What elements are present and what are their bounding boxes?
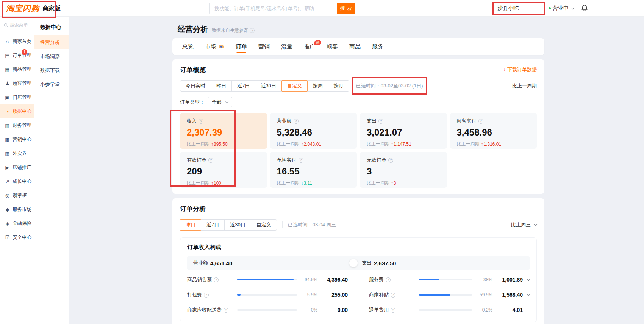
goods-icon: ▦ [5,67,10,72]
sidebar-item-takeout-coupon[interactable]: ▨ 外卖券 [0,146,34,160]
sidebar-item-shop-promotion[interactable]: ▶ 店铺推广 [0,160,34,174]
composition-row-delivery-fee: 商家应收配送费? 0% 0.00 [187,302,348,318]
help-icon[interactable]: ? [214,277,219,282]
filter-custom[interactable]: 自定义 [251,219,277,231]
sidebar-item-store-management[interactable]: ▣ 门店管理 [0,90,34,104]
filter-yesterday[interactable]: 昨日 [211,80,232,92]
filter-by-month[interactable]: 按月 [328,80,349,92]
filter-last-30-days[interactable]: 近30日 [224,219,251,231]
app-logo[interactable]: 淘宝闪购 商家版 [6,0,67,17]
sidebar-item-data-center[interactable]: ◔ 数据中心 [0,104,34,118]
help-icon[interactable]: ? [386,277,391,282]
eye-icon [218,45,224,49]
progress-bar [237,309,297,311]
sidebar-item-finance-insurance[interactable]: ◈ 金融保险 [0,217,34,231]
submenu-title: 数据中心 [34,17,69,35]
marketing-icon: ▩ [5,137,10,142]
up-arrow-icon: ↑ [211,142,213,147]
analysis-tab-bar: 总览 市场 订单 营销 流量 推广 新 顾客 商品 服务 [172,38,544,55]
help-icon[interactable]: ? [391,293,395,298]
home-icon: ⌂ [5,39,10,44]
search-button[interactable]: 搜 索 [337,3,355,14]
logo-divider [67,5,67,11]
down-arrow-icon: ↓ [301,181,303,186]
chevron-down-icon [225,100,228,103]
sidebar-item-security-center[interactable]: ☑ 安全中心 [0,231,34,245]
order-count-badge: 1 [22,49,27,55]
order-type-label: 订单类型： [180,99,205,106]
help-icon[interactable]: ? [224,308,228,313]
sidebar-item-service-market[interactable]: ◆ 服务市场 [0,202,34,217]
help-icon[interactable]: ? [378,119,383,124]
tab-market[interactable]: 市场 [205,38,224,55]
metric-card-customer-paid: 顾客实付? 3,458.96 比上一周期 ↑1,316.01 [450,113,537,149]
sidebar-item-marketing-center[interactable]: ▩ 营销中心 [0,132,34,146]
tab-overview[interactable]: 总览 [182,38,194,55]
composition-row-merchant-subsidy: 商家补贴? 59.5% 1,568.40 [369,287,530,302]
metric-card-empty [450,152,537,188]
sidebar-item-merchant-home[interactable]: ⌂ 商家首页 [0,34,34,48]
tab-marketing[interactable]: 营销 [258,38,270,55]
submenu-item-business-analysis[interactable]: 经营分析 [34,35,69,49]
filter-last-7-days[interactable]: 近7日 [231,80,255,92]
expense-label: 支出 [362,260,372,266]
order-type-select[interactable]: 全部 [208,97,232,107]
filter-last-7-days[interactable]: 近7日 [201,219,225,231]
notification-bell-icon[interactable] [581,4,588,14]
minus-icon: − [349,259,358,267]
tab-order[interactable]: 订单 [236,38,247,55]
help-icon[interactable]: ? [299,158,303,163]
metric-card-expense: 支出? 3,021.07 比上一周期 ↑1,147.51 [360,113,447,149]
logo-brand: 淘宝闪购 [6,3,39,14]
expand-chevron-icon[interactable] [523,279,530,280]
finance-icon: ▥ [5,123,10,128]
analysis-compare-dropdown[interactable]: 比上周三 [511,221,537,228]
filter-by-week[interactable]: 按周 [307,80,328,92]
order-overview-card: 订单概览 ↓ 下载订单数据 今日实时 昨日 近7日 近30日 自定义 按周 按月… [172,59,544,194]
tab-service[interactable]: 服务 [372,38,383,55]
tab-promotion[interactable]: 推广 新 [304,38,315,55]
download-order-data-link[interactable]: ↓ 下载订单数据 [503,66,537,73]
submenu-item-data-download[interactable]: 数据下载 [34,63,69,77]
global-search-input[interactable] [209,3,337,14]
help-icon[interactable]: ? [199,119,203,124]
store-name[interactable]: 沙县小吃 [497,5,519,12]
sidebar-item-finance-management[interactable]: ▥ 财务管理 [0,118,34,132]
global-search: 搜 索 [209,3,355,14]
sidebar-item-ezhanggui[interactable]: ◎ 饿掌柜 [0,188,34,202]
filter-today-realtime[interactable]: 今日实时 [180,80,211,92]
help-icon[interactable]: ? [204,293,209,298]
metric-card-valid-orders: 有效订单? 209 比上一周期 ↑100 [180,152,267,188]
filter-yesterday[interactable]: 昨日 [180,219,201,231]
metrics-grid: 收入? 2,307.39 比上一周期 ↑895.50 营业额? 5,328.46… [180,113,537,188]
tab-goods[interactable]: 商品 [349,38,361,55]
help-icon[interactable]: ? [391,308,395,313]
data-center-icon: ◔ [5,109,10,114]
order-analysis-title: 订单分析 [180,204,537,213]
service-market-icon: ◆ [5,207,10,212]
help-icon[interactable]: ? [250,28,255,33]
help-icon[interactable]: ? [478,119,483,124]
progress-bar [419,309,472,311]
submenu-item-xiaocan-school[interactable]: 小参学堂 [34,77,69,91]
tab-customer[interactable]: 顾客 [327,38,338,55]
submenu-item-market-insight[interactable]: 市场洞察 [34,49,69,63]
filter-custom[interactable]: 自定义 [281,80,308,92]
composition-row-refund-fee: 退单费用? 0.2% 4.01 [369,302,530,318]
help-icon[interactable]: ? [208,158,213,163]
expand-chevron-icon[interactable] [523,294,530,296]
coupon-icon: ▨ [5,151,10,156]
tab-traffic[interactable]: 流量 [281,38,292,55]
help-icon[interactable]: ? [388,158,393,163]
sidebar-item-goods-management[interactable]: ▦ 商品管理 [0,62,34,76]
sidebar-item-growth-center[interactable]: ↗ 成长中心 [0,174,34,188]
help-icon[interactable]: ? [294,119,299,124]
chevron-down-icon [571,6,574,9]
metric-card-avg-paid: 单均实付? 16.55 比上一周期 ↓3.11 [270,152,357,188]
sidebar-item-customer-management[interactable]: ♟ 顾客管理 [0,76,34,90]
sidebar-search-input[interactable]: 搜索菜单 [4,22,31,31]
business-status-dropdown[interactable]: 营业中 [549,5,574,12]
filter-last-30-days[interactable]: 近30日 [255,80,281,92]
sidebar-item-order-management[interactable]: ▤ 订单管理 1 [0,48,34,62]
promotion-icon: ▶ [5,165,10,170]
